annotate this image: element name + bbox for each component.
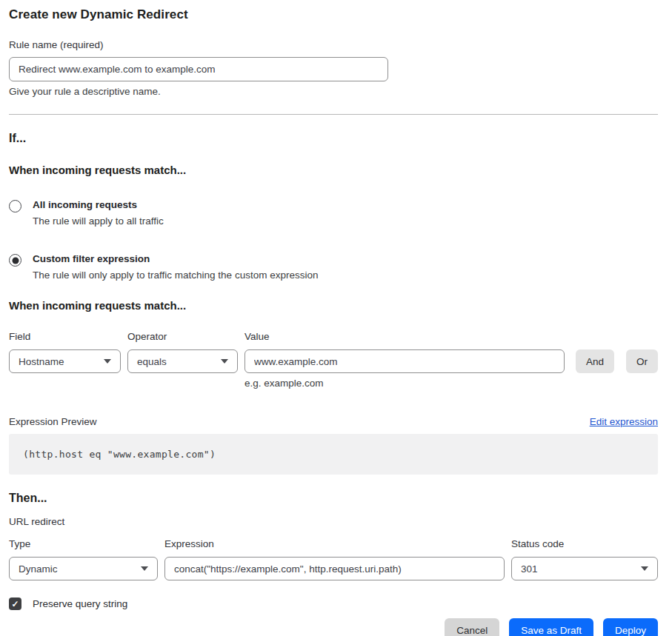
status-code-label: Status code xyxy=(511,538,658,549)
chevron-down-icon xyxy=(641,566,648,571)
radio-texts: Custom filter expression The rule will o… xyxy=(33,253,318,281)
cancel-button[interactable]: Cancel xyxy=(445,618,499,636)
or-button[interactable]: Or xyxy=(626,349,658,373)
operator-column: Operator equals xyxy=(127,331,238,373)
status-code-select[interactable]: 301 xyxy=(511,557,658,580)
and-button[interactable]: And xyxy=(576,349,614,373)
value-input[interactable] xyxy=(244,349,565,373)
match-type-heading: When incoming requests match... xyxy=(9,164,658,176)
operator-select[interactable]: equals xyxy=(127,349,238,373)
expression-preview-label: Expression Preview xyxy=(9,416,97,427)
radio-texts: All incoming requests The rule will appl… xyxy=(33,199,164,227)
radio-custom-filter-description: The rule will only apply to traffic matc… xyxy=(33,270,318,281)
field-column: Field Hostname xyxy=(9,331,121,373)
value-column: Value e.g. example.com xyxy=(244,331,565,389)
radio-all-requests-label: All incoming requests xyxy=(33,199,164,210)
save-as-draft-button[interactable]: Save as Draft xyxy=(509,618,593,636)
rule-name-input[interactable] xyxy=(9,57,388,81)
field-select[interactable]: Hostname xyxy=(9,349,121,373)
field-select-value: Hostname xyxy=(19,356,64,367)
url-redirect-label: URL redirect xyxy=(9,516,658,527)
field-label: Field xyxy=(9,331,121,342)
radio-all-requests[interactable] xyxy=(9,200,21,212)
expression-label: Expression xyxy=(164,538,505,549)
preserve-query-string-row[interactable]: ✓ Preserve query string xyxy=(9,597,658,610)
radio-custom-filter[interactable] xyxy=(9,254,21,267)
radio-option-all-requests[interactable]: All incoming requests The rule will appl… xyxy=(9,199,658,227)
then-heading: Then... xyxy=(9,492,658,505)
form-actions: Cancel Save as Draft Deploy xyxy=(9,618,658,636)
expression-preview-box: (http.host eq "www.example.com") xyxy=(9,434,658,475)
chevron-down-icon xyxy=(104,359,111,364)
redirect-settings-row: Type Dynamic Expression Status code 301 xyxy=(9,538,658,580)
create-redirect-form: Create new Dynamic Redirect Rule name (r… xyxy=(0,0,672,636)
type-label: Type xyxy=(9,538,158,549)
deploy-button[interactable]: Deploy xyxy=(603,618,658,636)
if-heading: If... xyxy=(9,132,658,145)
radio-custom-filter-label: Custom filter expression xyxy=(33,253,318,264)
operator-label: Operator xyxy=(127,331,238,342)
value-label: Value xyxy=(244,331,565,342)
type-select-value: Dynamic xyxy=(19,563,58,575)
type-select[interactable]: Dynamic xyxy=(9,557,158,580)
type-column: Type Dynamic xyxy=(9,538,158,580)
redirect-expression-input[interactable] xyxy=(164,557,505,580)
chevron-down-icon xyxy=(141,566,148,571)
preserve-query-string-label: Preserve query string xyxy=(33,598,127,609)
status-code-select-value: 301 xyxy=(521,563,538,575)
page-title: Create new Dynamic Redirect xyxy=(9,7,658,22)
status-code-column: Status code 301 xyxy=(511,538,658,580)
expression-preview-header: Expression Preview Edit expression xyxy=(9,416,658,427)
expression-preview-code: (http.host eq "www.example.com") xyxy=(23,449,216,460)
expression-column: Expression xyxy=(164,538,505,580)
preserve-query-string-checkbox[interactable]: ✓ xyxy=(9,597,21,610)
filter-builder-heading: When incoming requests match... xyxy=(9,299,658,312)
operator-select-value: equals xyxy=(137,356,167,367)
chevron-down-icon xyxy=(221,359,228,364)
radio-option-custom-filter[interactable]: Custom filter expression The rule will o… xyxy=(9,253,658,281)
value-help: e.g. example.com xyxy=(244,378,565,389)
filter-builder-row: Field Hostname Operator equals Value e.g… xyxy=(9,331,658,389)
radio-all-requests-description: The rule will apply to all traffic xyxy=(33,215,164,227)
rule-name-help: Give your rule a descriptive name. xyxy=(9,86,658,97)
section-divider xyxy=(9,114,658,115)
rule-name-label: Rule name (required) xyxy=(9,39,658,50)
edit-expression-link[interactable]: Edit expression xyxy=(590,416,658,427)
